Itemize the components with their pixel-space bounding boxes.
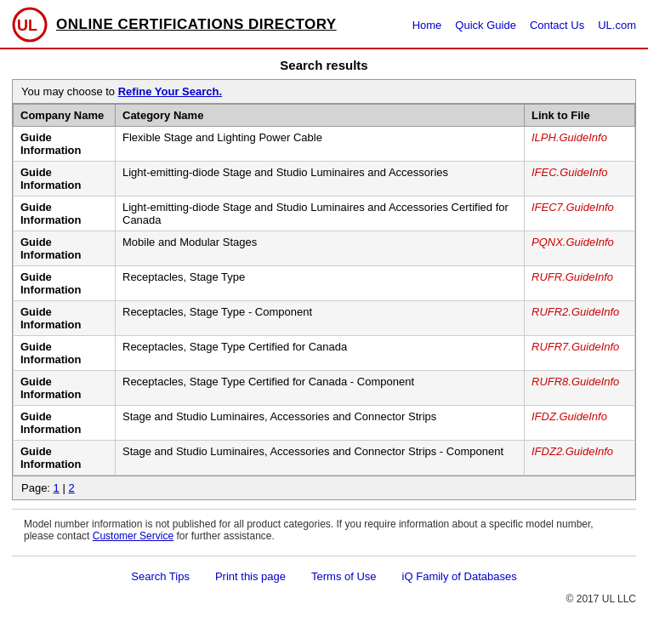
cell-link: IFEC.GuideInfo — [525, 162, 635, 197]
cell-link: IFDZ2.GuideInfo — [525, 441, 635, 476]
cell-category: Stage and Studio Luminaires, Accessories… — [116, 441, 525, 476]
ul-logo-icon: UL — [12, 7, 48, 43]
table-row: Guide InformationStage and Studio Lumina… — [14, 406, 635, 441]
footer-divider — [12, 556, 636, 556]
cell-company: Guide Information — [14, 162, 116, 197]
iq-family-link[interactable]: iQ Family of Databases — [402, 570, 517, 583]
nav-contact-us[interactable]: Contact Us — [530, 19, 584, 31]
col-header-category: Category Name — [116, 105, 525, 127]
guide-info-link[interactable]: RUFR2.GuideInfo — [531, 305, 619, 318]
copyright: © 2017 UL LLC — [0, 588, 648, 613]
main-content: You may choose to Refine Your Search. Co… — [0, 79, 648, 550]
guide-info-link[interactable]: ILPH.GuideInfo — [531, 131, 607, 144]
cell-company: Guide Information — [14, 441, 116, 476]
refine-link[interactable]: Refine Your Search. — [118, 85, 222, 98]
cell-link: PQNX.GuideInfo — [525, 231, 635, 266]
cell-category: Receptacles, Stage Type Certified for Ca… — [116, 336, 525, 371]
cell-company: Guide Information — [14, 127, 116, 162]
guide-info-link[interactable]: RUFR8.GuideInfo — [531, 375, 619, 388]
col-header-link: Link to File — [525, 105, 635, 127]
cell-company: Guide Information — [14, 406, 116, 441]
refine-text: You may choose to — [21, 85, 118, 98]
table-row: Guide InformationStage and Studio Lumina… — [14, 441, 635, 476]
cell-link: RUFR7.GuideInfo — [525, 336, 635, 371]
header-nav: Home Quick Guide Contact Us UL.com — [412, 19, 636, 31]
guide-info-link[interactable]: IFEC.GuideInfo — [531, 166, 608, 179]
nav-home[interactable]: Home — [412, 19, 442, 31]
pagination: Page: 1 | 2 — [13, 476, 635, 499]
cell-category: Stage and Studio Luminaires, Accessories… — [116, 406, 525, 441]
table-row: Guide InformationFlexible Stage and Ligh… — [14, 127, 635, 162]
col-header-company: Company Name — [14, 105, 116, 127]
header-left: UL ONLINE CERTIFICATIONS DIRECTORY — [12, 7, 337, 43]
cell-link: RUFR8.GuideInfo — [525, 371, 635, 406]
cell-link: IFEC7.GuideInfo — [525, 197, 635, 231]
table-header-row: Company Name Category Name Link to File — [14, 105, 635, 127]
cell-link: ILPH.GuideInfo — [525, 127, 635, 162]
table-row: Guide InformationReceptacles, Stage Type… — [14, 336, 635, 371]
table-row: Guide InformationReceptacles, Stage Type… — [14, 301, 635, 336]
table-header: Company Name Category Name Link to File — [14, 105, 635, 127]
cell-company: Guide Information — [14, 197, 116, 231]
search-tips-link[interactable]: Search Tips — [131, 570, 190, 583]
header: UL ONLINE CERTIFICATIONS DIRECTORY Home … — [0, 0, 648, 49]
cell-category: Receptacles, Stage Type — [116, 266, 525, 301]
pagination-links: 1 | 2 — [54, 482, 75, 494]
cell-category: Flexible Stage and Lighting Power Cable — [116, 127, 525, 162]
nav-ul-com[interactable]: UL.com — [598, 19, 636, 31]
guide-info-link[interactable]: RUFR.GuideInfo — [531, 271, 613, 283]
table-row: Guide InformationReceptacles, Stage Type… — [14, 266, 635, 301]
table-row: Guide InformationLight-emitting-diode St… — [14, 197, 635, 231]
cell-category: Light-emitting-diode Stage and Studio Lu… — [116, 162, 525, 197]
guide-info-link[interactable]: IFDZ.GuideInfo — [531, 410, 607, 423]
page-2-link[interactable]: 2 — [68, 482, 74, 494]
table-row: Guide InformationLight-emitting-diode St… — [14, 162, 635, 197]
guide-info-link[interactable]: IFDZ2.GuideInfo — [531, 445, 613, 458]
notice-text2: for further assistance. — [173, 530, 275, 542]
cell-category: Mobile and Modular Stages — [116, 231, 525, 266]
results-tbody: Guide InformationFlexible Stage and Ligh… — [14, 127, 635, 476]
nav-quick-guide[interactable]: Quick Guide — [455, 19, 516, 31]
terms-of-use-link[interactable]: Terms of Use — [311, 570, 377, 583]
cell-link: RUFR2.GuideInfo — [525, 301, 635, 336]
print-page-link[interactable]: Print this page — [215, 570, 286, 583]
customer-service-link[interactable]: Customer Service — [93, 530, 173, 542]
site-title: ONLINE CERTIFICATIONS DIRECTORY — [56, 16, 337, 33]
pagination-label: Page: — [21, 482, 50, 494]
notice: Model number information is not publishe… — [12, 509, 636, 550]
footer-links: Search Tips Print this page Terms of Use… — [0, 561, 648, 588]
guide-info-link[interactable]: RUFR7.GuideInfo — [531, 340, 619, 353]
svg-text:UL: UL — [17, 17, 37, 34]
page-1-link[interactable]: 1 — [54, 482, 60, 494]
cell-company: Guide Information — [14, 336, 116, 371]
page-title: Search results — [0, 49, 648, 79]
cell-company: Guide Information — [14, 301, 116, 336]
cell-company: Guide Information — [14, 231, 116, 266]
results-table: Company Name Category Name Link to File … — [13, 104, 635, 476]
guide-info-link[interactable]: PQNX.GuideInfo — [531, 236, 614, 248]
cell-link: RUFR.GuideInfo — [525, 266, 635, 301]
cell-company: Guide Information — [14, 266, 116, 301]
results-container: You may choose to Refine Your Search. Co… — [12, 79, 636, 500]
guide-info-link[interactable]: IFEC7.GuideInfo — [531, 201, 614, 214]
cell-category: Receptacles, Stage Type - Component — [116, 301, 525, 336]
cell-link: IFDZ.GuideInfo — [525, 406, 635, 441]
table-row: Guide InformationReceptacles, Stage Type… — [14, 371, 635, 406]
refine-search-bar: You may choose to Refine Your Search. — [13, 80, 635, 104]
table-row: Guide InformationMobile and Modular Stag… — [14, 231, 635, 266]
cell-company: Guide Information — [14, 371, 116, 406]
cell-category: Receptacles, Stage Type Certified for Ca… — [116, 371, 525, 406]
cell-category: Light-emitting-diode Stage and Studio Lu… — [116, 197, 525, 231]
